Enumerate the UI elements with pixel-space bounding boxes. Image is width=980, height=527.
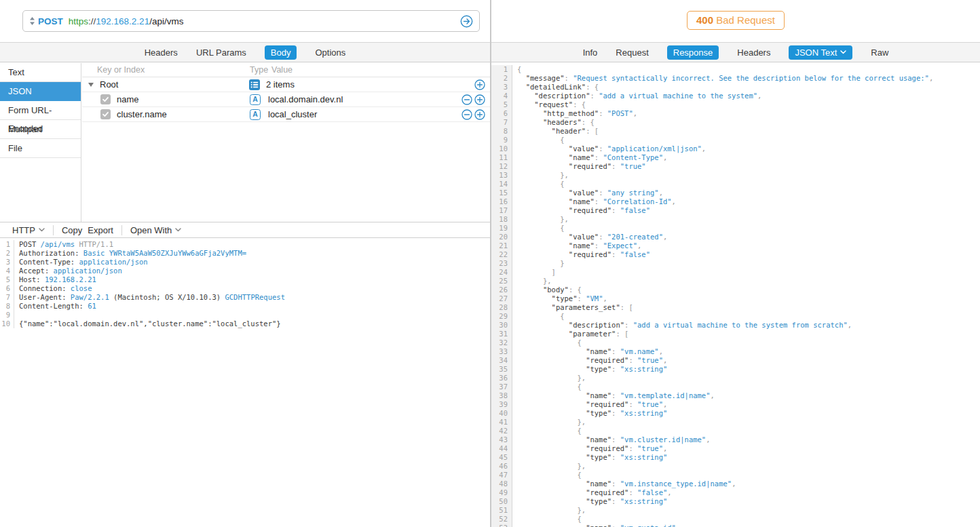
code-line: 47 {: [491, 471, 980, 480]
code-line: 31 "parameter": [: [491, 330, 980, 338]
code-text: },: [517, 171, 569, 180]
url-host: 192.168.2.21: [96, 16, 149, 26]
code-text: },: [517, 374, 586, 383]
code-line: 3Content-Type: application/json: [0, 258, 490, 267]
code-line: 6Connection: close: [0, 284, 490, 293]
send-request-icon[interactable]: [460, 15, 473, 28]
code-text: Connection: close: [19, 284, 92, 293]
row-value[interactable]: local_cluster: [268, 109, 317, 119]
row-value[interactable]: local.domain.dev.nl: [268, 94, 343, 104]
line-number: 26: [491, 286, 512, 294]
response-json-code[interactable]: 1{2 "message": "Request syntactically in…: [491, 63, 980, 527]
tab-label: Response: [673, 47, 713, 58]
row-key[interactable]: name: [117, 94, 139, 104]
code-text: Accept: application/json: [19, 267, 122, 275]
raw-http-request-code[interactable]: 1POST /api/vms HTTP/1.12Authorization: B…: [0, 239, 490, 527]
line-number: 10: [0, 319, 14, 328]
url-field[interactable]: POST https://192.168.2.21/api/vms: [22, 10, 480, 32]
code-text: "description": "add a virtual machine to…: [517, 92, 761, 100]
url-path: /api/vms: [149, 16, 183, 26]
copy-button[interactable]: Copy: [62, 225, 82, 235]
code-line: 6 "http_method": "POST",: [491, 109, 980, 118]
root-node-label[interactable]: Root: [100, 79, 118, 90]
disclosure-triangle-icon[interactable]: [88, 83, 94, 87]
string-type-icon[interactable]: A: [250, 109, 261, 120]
tab-json-text[interactable]: JSON Text: [789, 45, 852, 60]
code-text: {: [517, 427, 582, 435]
remove-item-icon[interactable]: [461, 94, 472, 105]
add-item-icon[interactable]: [474, 94, 485, 105]
line-number: 3: [0, 258, 14, 267]
line-number: 38: [491, 391, 512, 400]
code-line: 7User-Agent: Paw/2.2.1 (Macintosh; OS X/…: [0, 293, 490, 302]
line-number: 49: [491, 488, 512, 497]
code-line: 49 "required": "false",: [491, 488, 980, 497]
code-format-dropdown[interactable]: HTTP: [12, 225, 45, 235]
sidebar-item-text[interactable]: Text: [0, 63, 81, 82]
line-number: 6: [491, 109, 512, 118]
tab-options[interactable]: Options: [315, 47, 345, 58]
export-button[interactable]: Export: [88, 225, 113, 235]
sidebar-item-file[interactable]: File: [0, 139, 81, 158]
row-key[interactable]: cluster.name: [117, 109, 167, 119]
chevron-down-icon: [39, 228, 45, 232]
code-text: {: [517, 312, 565, 321]
code-line: 32 {: [491, 338, 980, 347]
tab-headers[interactable]: Headers: [737, 47, 770, 58]
sidebar-item-form-url-encoded[interactable]: Form URL-Encoded: [0, 101, 81, 120]
row-checkbox[interactable]: [100, 109, 111, 119]
tab-body[interactable]: Body: [265, 45, 297, 60]
line-number: 37: [491, 383, 512, 391]
code-line: 22 "required": "false": [491, 250, 980, 259]
add-item-icon[interactable]: [474, 109, 485, 120]
code-text: {: [517, 180, 565, 189]
line-number: 2: [0, 249, 14, 258]
code-text: "parameter": [: [517, 330, 628, 338]
add-item-icon[interactable]: [474, 79, 485, 90]
code-line: 8 "header": [: [491, 127, 980, 136]
code-text: "name": "vm.quota.id",: [517, 524, 680, 527]
code-line: 48 "name": "vm.instance_type.id|name",: [491, 480, 980, 488]
line-number: 41: [491, 418, 512, 427]
remove-item-icon[interactable]: [461, 109, 472, 120]
string-type-icon[interactable]: A: [250, 94, 261, 105]
tab-raw[interactable]: Raw: [871, 47, 888, 58]
code-text: {: [517, 65, 521, 74]
code-line: 8Content-Length: 61: [0, 302, 490, 311]
tab-request[interactable]: Request: [616, 47, 648, 58]
code-text: "body": {: [517, 286, 582, 294]
http-method-label[interactable]: POST: [38, 16, 63, 26]
code-text: "description": "add a virtual machine to…: [517, 321, 852, 330]
line-number: 7: [0, 293, 14, 302]
tab-label: Headers: [145, 47, 178, 58]
line-number: 12: [491, 162, 512, 171]
tab-response[interactable]: Response: [667, 45, 719, 60]
open-with-dropdown[interactable]: Open With: [130, 225, 181, 235]
code-line: 42 {: [491, 427, 980, 435]
tab-url-params[interactable]: URL Params: [196, 47, 246, 58]
code-text: "type": "xs:string": [517, 453, 667, 462]
row-checkbox[interactable]: [100, 94, 111, 104]
line-number: 34: [491, 356, 512, 365]
line-number: 6: [0, 284, 14, 293]
code-line: 41 },: [491, 418, 980, 427]
tab-headers[interactable]: Headers: [145, 47, 178, 58]
editor-column-headers: Key or Index Type Value: [82, 63, 490, 77]
code-text: "type": "xs:string": [517, 409, 667, 418]
tab-info[interactable]: Info: [583, 47, 598, 58]
line-number: 15: [491, 189, 512, 197]
line-number: 13: [491, 171, 512, 180]
code-line: 5 "request": {: [491, 100, 980, 109]
line-number: 5: [491, 100, 512, 109]
code-line: 39 "required": "true",: [491, 400, 980, 409]
sidebar-item-multipart[interactable]: Multipart: [0, 120, 81, 139]
request-url[interactable]: https://192.168.2.21/api/vms: [69, 16, 184, 26]
dictionary-type-icon[interactable]: [249, 79, 260, 90]
code-line: 38 "name": "vm.template.id|name",: [491, 391, 980, 400]
code-line: 21 "name": "Expect",: [491, 241, 980, 250]
response-status-row: 400 Bad Request: [491, 0, 980, 42]
line-number: 17: [491, 206, 512, 215]
url-row: POST https://192.168.2.21/api/vms: [0, 0, 490, 42]
method-stepper-icon[interactable]: [29, 16, 35, 26]
sidebar-item-json[interactable]: JSON: [0, 82, 81, 101]
